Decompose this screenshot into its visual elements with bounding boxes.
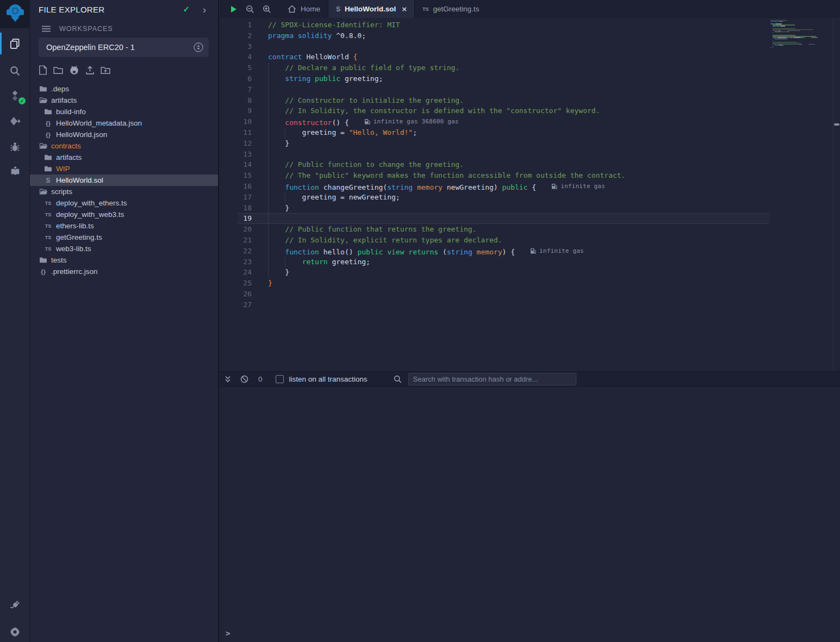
json-icon: {}: [43, 120, 53, 127]
tab-label: Home: [301, 5, 320, 13]
line-number: 13: [220, 149, 252, 160]
tree-item-deploy_with_ethers.ts[interactable]: TSdeploy_with_ethers.ts: [30, 197, 218, 209]
search-icon: [10, 66, 20, 76]
tree-item-getGreeting.ts[interactable]: TSgetGreeting.ts: [30, 232, 218, 243]
tab-HelloWorld.sol[interactable]: SHelloWorld.sol×: [328, 0, 415, 18]
workspaces-menu-icon[interactable]: [42, 26, 51, 32]
code-line: // In Solidity, the constructor is defin…: [268, 105, 770, 116]
line-number: 5: [220, 63, 252, 73]
activity-item-solidity-learneth[interactable]: [0, 161, 30, 181]
file-explorer-panel: FILE EXPLORER ✓ › WORKSPACES OpenZeppeli…: [30, 0, 219, 642]
home-icon: [288, 5, 296, 13]
folder-icon: [43, 108, 53, 115]
tree-item-label: artifacts: [56, 153, 82, 161]
tree-item-HelloWorld.json[interactable]: {}HelloWorld.json: [30, 129, 218, 140]
tree-item-label: web3-lib.ts: [56, 245, 91, 253]
line-number: 1: [220, 20, 252, 30]
gas-icon: [551, 183, 561, 190]
gas-icon: [530, 248, 539, 254]
tree-item-ethers-lib.ts[interactable]: TSethers-lib.ts: [30, 220, 218, 232]
load-from-local-file-icon[interactable]: [101, 65, 110, 75]
activity-item-debugger[interactable]: [0, 137, 30, 157]
chevron-right-icon[interactable]: ›: [203, 4, 206, 15]
folder-icon: [39, 85, 48, 92]
workspaces-label: WORKSPACES: [59, 25, 113, 33]
create-new-file-icon[interactable]: [39, 65, 47, 75]
tree-item-WIP[interactable]: WIP: [30, 163, 218, 174]
folder-icon: [43, 154, 53, 161]
publish-to-gist-icon[interactable]: [85, 65, 95, 75]
code-line: [268, 300, 770, 310]
tree-item-.prettierrc.json[interactable]: {}.prettierrc.json: [30, 266, 218, 277]
tree-item-artifacts[interactable]: artifacts: [30, 152, 218, 163]
tree-item-web3-lib.ts[interactable]: TSweb3-lib.ts: [30, 243, 218, 254]
file-explorer-header: FILE EXPLORER ✓ ›: [30, 0, 218, 18]
terminal-output[interactable]: >: [220, 388, 840, 642]
tree-item-HelloWorld_metadata.json[interactable]: {}HelloWorld_metadata.json: [30, 117, 218, 129]
accept-check-icon[interactable]: ✓: [183, 4, 190, 14]
line-number: 20: [220, 224, 252, 235]
zoom-out-icon[interactable]: [246, 5, 254, 14]
ts-icon: TS: [43, 223, 53, 229]
listen-transactions-checkbox[interactable]: [276, 375, 284, 383]
run-script-button[interactable]: [230, 5, 238, 13]
panel-resize-handle[interactable]: [834, 123, 839, 126]
tab-Home[interactable]: Home: [280, 0, 328, 18]
terminal-prompt: >: [226, 629, 230, 638]
remix-logo[interactable]: [0, 0, 30, 28]
indent-guide: [268, 203, 269, 214]
activity-item-deploy-and-run[interactable]: [0, 111, 30, 131]
tree-item-label: ethers-lib.ts: [56, 222, 94, 230]
code-line: [268, 213, 770, 224]
indent-guide: [268, 246, 269, 257]
file-tree: .depsartifactsbuild-info{}HelloWorld_met…: [30, 83, 218, 277]
folder-open-icon: [39, 142, 48, 149]
tree-item-deploy_with_web3.ts[interactable]: TSdeploy_with_web3.ts: [30, 209, 218, 220]
tree-item-label: contracts: [51, 142, 81, 150]
close-tab-icon[interactable]: ×: [402, 5, 407, 13]
deploy-and-run-icon: [10, 117, 21, 126]
workspace-select[interactable]: OpenZeppelin ERC20 - 1: [39, 38, 209, 57]
tree-item-.deps[interactable]: .deps: [30, 83, 218, 95]
indent-guide: [268, 235, 269, 246]
clear-console-icon[interactable]: [240, 375, 248, 383]
line-number: 3: [220, 41, 252, 52]
tree-item-tests[interactable]: tests: [30, 254, 218, 266]
line-number: 25: [220, 278, 252, 289]
code-line: // SPDX-License-Identifier: MIT: [268, 20, 770, 30]
tree-item-label: build-info: [56, 108, 86, 116]
tree-item-contracts[interactable]: contracts: [30, 140, 218, 152]
tree-item-label: scripts: [51, 188, 72, 196]
tree-item-build-info[interactable]: build-info: [30, 106, 218, 117]
clone-git-repository-icon[interactable]: [69, 65, 79, 75]
code-line: // Declare a public field of type string…: [268, 63, 770, 73]
expand-terminal-icon[interactable]: [224, 376, 232, 383]
indent-guide: [268, 127, 269, 138]
tree-item-label: HelloWorld.json: [56, 130, 107, 139]
indent-guide: [268, 116, 269, 127]
zoom-in-icon[interactable]: [263, 5, 271, 14]
activity-item-settings[interactable]: [0, 622, 30, 641]
ts-icon: TS: [43, 235, 53, 240]
editor-minimap[interactable]: [770, 20, 825, 51]
activity-item-search[interactable]: [0, 61, 30, 80]
activity-item-file-explorer[interactable]: [0, 34, 30, 53]
activity-item-solidity-compiler[interactable]: ✓: [0, 86, 30, 105]
create-new-folder-icon[interactable]: [53, 65, 63, 75]
code-editor[interactable]: 1234567891011121314151617181920212223242…: [220, 18, 840, 371]
tree-item-label: .deps: [51, 85, 69, 93]
line-number: 26: [220, 289, 252, 300]
tab-getGreeting.ts[interactable]: TSgetGreeting.ts: [415, 0, 487, 18]
line-number: 27: [220, 300, 252, 310]
code-line: [268, 84, 770, 95]
tree-item-HelloWorld.sol[interactable]: SHelloWorld.sol: [30, 174, 218, 186]
tree-item-label: HelloWorld.sol: [56, 176, 103, 184]
folder-icon: [39, 257, 48, 264]
indent-guide: [268, 105, 269, 116]
tree-item-scripts[interactable]: scripts: [30, 186, 218, 197]
terminal-search-input[interactable]: [408, 373, 576, 385]
indent-guide: [268, 63, 269, 73]
activity-item-plugin-manager[interactable]: [0, 595, 30, 615]
line-number: 17: [220, 192, 252, 203]
tree-item-artifacts[interactable]: artifacts: [30, 95, 218, 106]
